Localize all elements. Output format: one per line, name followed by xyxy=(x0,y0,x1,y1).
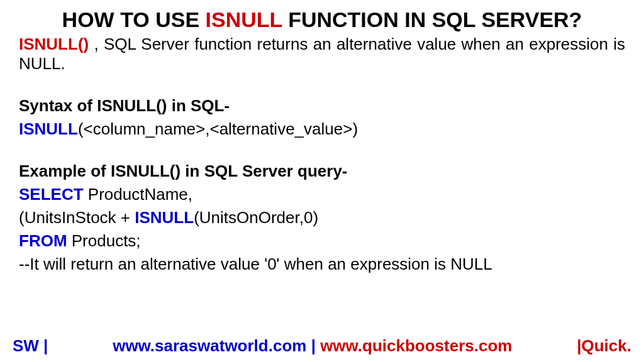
syntax-line: ISNULL(<column_name>,<alternative_value>… xyxy=(19,119,625,139)
example-line2: (UnitsInStock + ISNULL(UnitsOnOrder,0) xyxy=(19,208,625,228)
example-line1: SELECT ProductName, xyxy=(19,185,625,204)
line2-rest: (UnitsOnOrder,0) xyxy=(194,208,318,227)
from-rest: Products; xyxy=(67,231,141,250)
from-keyword: FROM xyxy=(19,231,67,250)
intro-keyword: ISNULL() xyxy=(19,35,89,53)
intro-paragraph: ISNULL() , SQL Server function returns a… xyxy=(19,35,625,74)
page-title: HOW TO USE ISNULL FUNCTION IN SQL SERVER… xyxy=(19,8,625,32)
syntax-heading: Syntax of ISNULL() in SQL- xyxy=(19,96,625,116)
intro-text: , SQL Server function returns an alterna… xyxy=(19,35,625,73)
select-keyword: SELECT xyxy=(19,185,84,204)
example-heading: Example of ISNULL() in SQL Server query- xyxy=(19,162,625,181)
select-rest: ProductName, xyxy=(84,185,192,204)
title-highlight: ISNULL xyxy=(206,8,282,31)
title-prefix: HOW TO USE xyxy=(62,8,206,31)
footer-right: |Quick. xyxy=(577,336,631,356)
footer-separator: | xyxy=(306,336,320,355)
line2-prefix: (UnitsInStock + xyxy=(19,208,135,227)
footer-url1: www.saraswatworld.com xyxy=(113,336,306,355)
example-line3: FROM Products; xyxy=(19,231,625,251)
syntax-rest: (<column_name>,<alternative_value>) xyxy=(78,119,358,138)
syntax-keyword: ISNULL xyxy=(19,119,78,138)
title-suffix: FUNCTION IN SQL SERVER? xyxy=(282,8,582,31)
footer-left: SW | xyxy=(13,336,48,356)
footer-url2: www.quickboosters.com xyxy=(320,336,512,355)
footer: SW | www.saraswatworld.com | www.quickbo… xyxy=(0,336,644,356)
footer-center: www.saraswatworld.com | www.quickbooster… xyxy=(113,336,512,356)
isnull-keyword: ISNULL xyxy=(135,208,194,227)
example-line4: --It will return an alternative value '0… xyxy=(19,255,625,274)
